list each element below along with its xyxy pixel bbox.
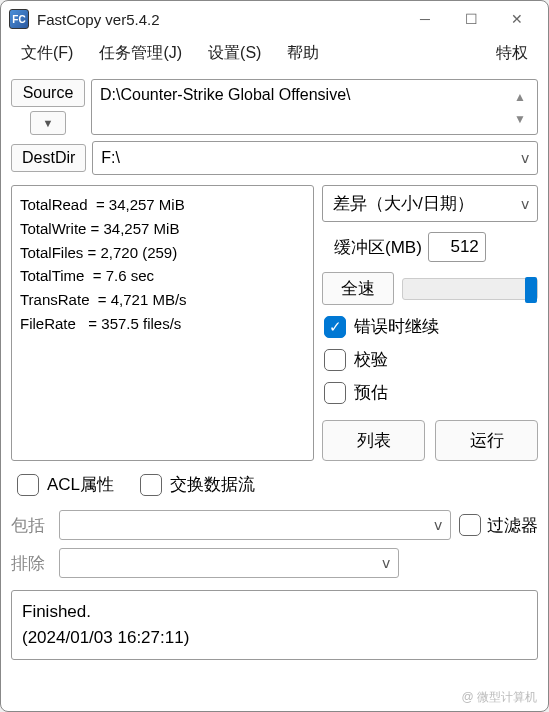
- minimize-button[interactable]: ─: [402, 3, 448, 35]
- estimate-checkbox[interactable]: [324, 382, 346, 404]
- estimate-label: 预估: [354, 381, 388, 404]
- destdir-text: F:\: [101, 149, 120, 167]
- source-history-drop[interactable]: ▼: [30, 111, 66, 135]
- stats-panel: TotalRead = 34,257 MiB TotalWrite = 34,2…: [11, 185, 314, 461]
- filter-checkbox[interactable]: [459, 514, 481, 536]
- slider-thumb[interactable]: [525, 277, 537, 303]
- menubar: 文件(F) 任务管理(J) 设置(S) 帮助 特权: [1, 37, 548, 71]
- exclude-input[interactable]: ⅴ: [59, 548, 399, 578]
- verify-checkbox[interactable]: [324, 349, 346, 371]
- altstream-checkbox[interactable]: [140, 474, 162, 496]
- destdir-input[interactable]: F:\ ⅴ: [92, 141, 538, 175]
- filter-label: 过滤器: [487, 514, 538, 537]
- window-title: FastCopy ver5.4.2: [37, 11, 402, 28]
- menu-privilege[interactable]: 特权: [484, 39, 540, 68]
- buffer-input[interactable]: 512: [428, 232, 486, 262]
- status-timestamp: (2024/01/03 16:27:11): [22, 625, 527, 651]
- close-button[interactable]: ✕: [494, 3, 540, 35]
- watermark: @ 微型计算机: [461, 689, 537, 706]
- menu-settings[interactable]: 设置(S): [196, 39, 273, 68]
- verify-label: 校验: [354, 348, 388, 371]
- altstream-label: 交换数据流: [170, 473, 255, 496]
- list-button[interactable]: 列表: [322, 420, 425, 461]
- titlebar: FC FastCopy ver5.4.2 ─ ☐ ✕: [1, 1, 548, 37]
- menu-file[interactable]: 文件(F): [9, 39, 85, 68]
- chevron-down-icon[interactable]: ⅴ: [521, 150, 529, 166]
- app-icon: FC: [9, 9, 29, 29]
- source-path-text: D:\Counter-Strike Global Offensive\: [100, 86, 350, 104]
- source-scroll-down[interactable]: ▼: [511, 108, 529, 130]
- continue-on-error-label: 错误时继续: [354, 315, 439, 338]
- include-input[interactable]: ⅴ: [59, 510, 451, 540]
- source-scroll-up[interactable]: ▲: [511, 86, 529, 108]
- run-button[interactable]: 运行: [435, 420, 538, 461]
- acl-checkbox[interactable]: [17, 474, 39, 496]
- buffer-label: 缓冲区(MB): [334, 236, 422, 259]
- status-line: Finished.: [22, 599, 527, 625]
- menu-jobs[interactable]: 任务管理(J): [87, 39, 194, 68]
- destdir-button[interactable]: DestDir: [11, 144, 86, 172]
- speed-button[interactable]: 全速: [322, 272, 394, 305]
- copy-mode-select[interactable]: 差异（大小/日期） ⅴ: [322, 185, 538, 222]
- maximize-button[interactable]: ☐: [448, 3, 494, 35]
- continue-on-error-checkbox[interactable]: ✓: [324, 316, 346, 338]
- acl-label: ACL属性: [47, 473, 114, 496]
- menu-help[interactable]: 帮助: [275, 39, 331, 68]
- speed-slider[interactable]: [402, 278, 538, 300]
- include-label: 包括: [11, 514, 51, 537]
- source-button[interactable]: Source: [11, 79, 85, 107]
- exclude-label: 排除: [11, 552, 51, 575]
- copy-mode-value: 差异（大小/日期）: [333, 192, 474, 215]
- source-path-input[interactable]: D:\Counter-Strike Global Offensive\ ▲ ▼: [91, 79, 538, 135]
- chevron-down-icon[interactable]: ⅴ: [382, 555, 390, 571]
- chevron-down-icon[interactable]: ⅴ: [434, 517, 442, 533]
- status-log: Finished. (2024/01/03 16:27:11): [11, 590, 538, 660]
- chevron-down-icon: ⅴ: [521, 196, 529, 212]
